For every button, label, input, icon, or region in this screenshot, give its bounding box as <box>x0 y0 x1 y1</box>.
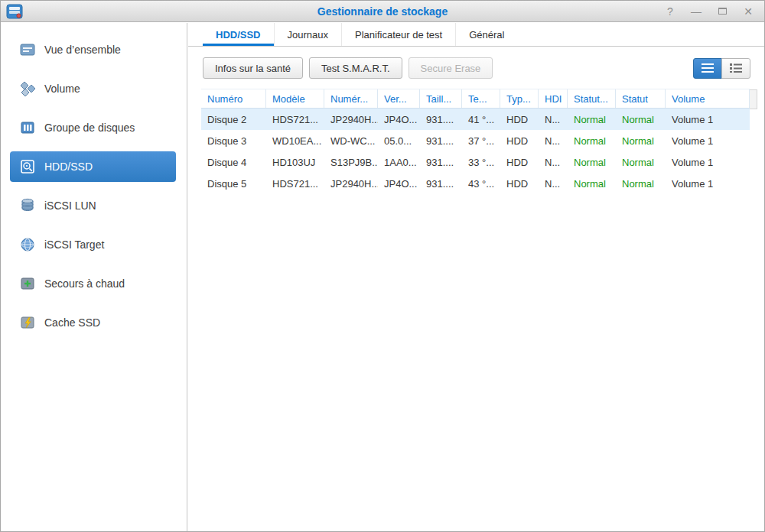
table-cell: N... <box>539 178 568 190</box>
column-header[interactable]: Statut... <box>568 89 616 108</box>
table-cell: Volume 1 <box>666 157 750 168</box>
list-view-button[interactable] <box>693 58 722 79</box>
table-cell: 05.0... <box>378 135 420 147</box>
table-cell: 931.... <box>420 135 462 147</box>
table-cell: Disque 5 <box>201 178 266 190</box>
table-cell: HDD <box>500 178 539 190</box>
table-cell: Disque 3 <box>201 135 266 147</box>
tab-general[interactable]: Général <box>456 23 517 46</box>
iscsi-target-icon <box>19 236 36 253</box>
tab-journaux[interactable]: Journaux <box>275 23 342 46</box>
table-cell: HDD <box>500 114 539 125</box>
column-header[interactable]: Numér... <box>324 89 378 108</box>
detail-view-button[interactable] <box>721 58 750 79</box>
table-cell: N... <box>539 135 568 147</box>
column-header[interactable]: Taill... <box>420 89 462 108</box>
sidebar-item-label: iSCSI Target <box>44 238 104 251</box>
table-cell: JP2940H... <box>324 178 378 190</box>
maximize-icon <box>718 8 727 15</box>
disk-group-icon <box>19 119 36 136</box>
table-cell: Normal <box>568 114 616 125</box>
sidebar-item-label: Volume <box>44 83 80 95</box>
table-cell: WD10EA... <box>266 135 324 147</box>
table-cell: 43 °... <box>462 178 500 190</box>
sidebar-item-label: Vue d’ensemble <box>44 44 121 56</box>
table-scrollbar[interactable] <box>750 89 757 109</box>
table-cell: 1AA0... <box>378 157 420 168</box>
table-cell: Normal <box>568 178 616 190</box>
table-cell: Normal <box>616 114 666 125</box>
table-cell: Normal <box>616 135 666 147</box>
sidebar-item-iscsi-target[interactable]: iSCSI Target <box>10 229 176 260</box>
table-cell: JP4O... <box>378 178 420 190</box>
column-header[interactable]: HDI <box>539 89 568 108</box>
ssd-cache-icon <box>19 314 36 331</box>
table-cell: JP2940H... <box>324 114 378 125</box>
smart-test-button[interactable]: Test S.M.A.R.T. <box>309 57 402 79</box>
disk-table-body: Disque 2HDS721...JP2940H...JP4O...931...… <box>201 109 750 194</box>
close-button[interactable]: ✕ <box>743 5 754 18</box>
table-cell: Volume 1 <box>666 114 750 125</box>
tab-planificateur-de-test[interactable]: Planificateur de test <box>342 23 456 46</box>
table-cell: WD-WC... <box>324 135 378 147</box>
table-cell: 931.... <box>420 157 462 168</box>
sidebar-item-overview[interactable]: Vue d’ensemble <box>10 34 176 65</box>
storage-manager-window: Gestionnaire de stockage ? — ✕ Vue d’ens… <box>0 0 765 532</box>
column-header[interactable]: Modèle <box>266 89 324 108</box>
window-title: Gestionnaire de stockage <box>1 5 764 18</box>
sidebar-item-disk-group[interactable]: Groupe de disques <box>10 112 176 143</box>
table-row[interactable]: Disque 4HD103UJS13PJ9B...1AA0...931....3… <box>201 151 750 173</box>
column-header[interactable]: Statut <box>616 89 666 108</box>
sidebar-item-iscsi-lun[interactable]: iSCSI LUN <box>10 190 176 221</box>
hot-spare-icon <box>19 275 36 292</box>
table-cell: S13PJ9B... <box>324 157 378 168</box>
table-cell: 931.... <box>420 178 462 190</box>
table-row[interactable]: Disque 5HDS721...JP2940H...JP4O...931...… <box>201 173 750 194</box>
tabbar: HDD/SSD Journaux Planificateur de test G… <box>188 23 764 47</box>
detail-view-icon <box>730 63 742 73</box>
hdd-ssd-icon <box>19 158 36 175</box>
table-cell: HDS721... <box>266 114 324 125</box>
table-cell: Normal <box>568 135 616 147</box>
health-info-button[interactable]: Infos sur la santé <box>203 57 303 79</box>
table-cell: Disque 2 <box>201 114 266 125</box>
sidebar-item-hot-spare[interactable]: Secours à chaud <box>10 268 176 299</box>
help-button[interactable]: ? <box>665 5 675 18</box>
sidebar-item-label: HDD/SSD <box>44 161 93 173</box>
secure-erase-button[interactable]: Secure Erase <box>409 57 493 79</box>
column-header[interactable]: Te... <box>462 89 500 108</box>
list-view-icon <box>702 63 714 73</box>
sidebar-item-volume[interactable]: Volume <box>10 73 176 104</box>
maximize-button[interactable] <box>717 5 728 18</box>
table-row[interactable]: Disque 2HDS721...JP2940H...JP4O...931...… <box>201 109 750 130</box>
column-header[interactable]: Ver... <box>378 89 420 108</box>
tab-hdd-ssd[interactable]: HDD/SSD <box>203 23 275 46</box>
table-cell: Normal <box>568 157 616 168</box>
titlebar: Gestionnaire de stockage ? — ✕ <box>1 1 764 22</box>
volume-icon <box>19 80 36 97</box>
sidebar-item-label: Groupe de disques <box>44 122 135 134</box>
table-cell: HDS721... <box>266 178 324 190</box>
overview-icon <box>19 41 36 58</box>
app-icon <box>6 4 23 19</box>
view-toggle <box>693 58 750 79</box>
disk-table-header: NuméroModèleNumér...Ver...Taill...Te...T… <box>201 89 750 109</box>
table-cell: N... <box>539 157 568 168</box>
sidebar-item-label: iSCSI LUN <box>44 200 96 212</box>
column-header[interactable]: Volume <box>666 89 750 108</box>
table-cell: 37 °... <box>462 135 500 147</box>
table-cell: N... <box>539 114 568 125</box>
column-header[interactable]: Numéro <box>201 89 266 108</box>
column-header[interactable]: Typ... <box>500 89 539 108</box>
table-cell: JP4O... <box>378 114 420 125</box>
table-cell: 931.... <box>420 114 462 125</box>
table-cell: Volume 1 <box>666 178 750 190</box>
table-cell: Disque 4 <box>201 157 266 168</box>
toolbar: Infos sur la santé Test S.M.A.R.T. Secur… <box>203 57 750 79</box>
sidebar: Vue d’ensemble Volume Groupe de disques <box>1 23 187 531</box>
sidebar-item-hdd-ssd[interactable]: HDD/SSD <box>10 151 176 182</box>
sidebar-item-ssd-cache[interactable]: Cache SSD <box>10 307 176 338</box>
table-cell: 33 °... <box>462 157 500 168</box>
table-row[interactable]: Disque 3WD10EA...WD-WC...05.0...931....3… <box>201 130 750 151</box>
minimize-button[interactable]: — <box>691 5 702 18</box>
